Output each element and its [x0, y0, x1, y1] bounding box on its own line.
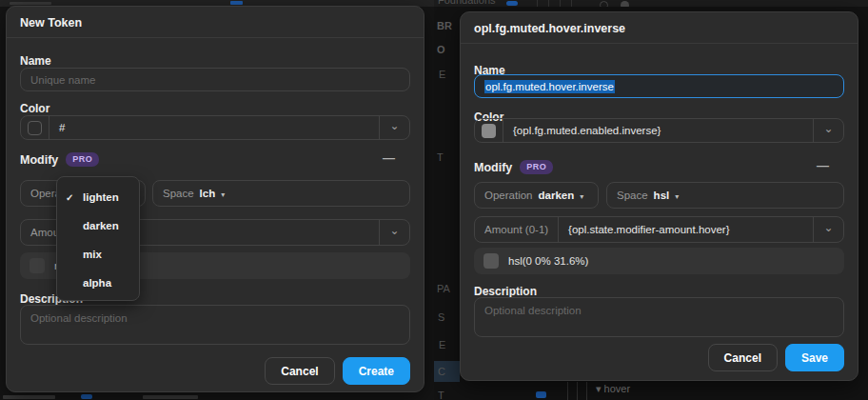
space-select[interactable]: Spacelch▾ [152, 180, 410, 207]
color-swatch [482, 124, 496, 138]
sidebar-fragment: T [438, 390, 444, 400]
name-input[interactable]: opl.fg.muted.hover.inverse [474, 74, 844, 98]
color-value[interactable]: {opl.fg.muted.enabled.inverse} [503, 125, 813, 136]
name-label: Name [20, 54, 51, 68]
toggle-fragment [506, 1, 518, 6]
chevron-down-icon: ⌄ [389, 225, 399, 236]
background-fragment [230, 1, 243, 5]
name-input-selected-text: opl.fg.muted.hover.inverse [484, 80, 615, 93]
create-button[interactable]: Create [343, 357, 410, 385]
caret-down-icon: ▾ [580, 192, 583, 201]
space-select-label: Space [163, 188, 194, 199]
caret-down-icon: ▾ [675, 192, 679, 201]
dialog-title: opl.fg.muted.hover.inverse [474, 22, 625, 35]
menu-item-mix[interactable]: mix [57, 240, 139, 269]
sidebar-fragment: T [437, 151, 444, 163]
check-icon: ✓ [66, 192, 83, 203]
sidebar-fragment: PA [437, 283, 450, 294]
pro-badge: PRO [520, 160, 553, 174]
sidebar-fragment: E [439, 339, 445, 350]
color-dropdown-toggle[interactable]: ⌄ [813, 119, 843, 142]
operation-select-label: Operation [484, 190, 533, 201]
color-dropdown-toggle[interactable]: ⌄ [379, 116, 409, 139]
background-top-label: Foundations [438, 0, 496, 6]
space-select[interactable]: Spacehsl▾ [606, 182, 844, 209]
caret-down-icon: ▾ [221, 190, 225, 199]
background-circle-icon [621, 1, 629, 7]
background-fragment [81, 394, 92, 399]
color-value[interactable]: # [49, 122, 379, 133]
description-textarea[interactable] [20, 305, 410, 345]
menu-item-label: lighten [83, 191, 119, 203]
space-select-value: hsl [654, 190, 670, 201]
dialog-title: New Token [20, 16, 82, 30]
dialog-titlebar: New Token [7, 7, 424, 38]
color-swatch-cell[interactable] [21, 116, 49, 139]
computed-color-row: hsl(0 0% 31.6%) [474, 248, 844, 274]
chevron-down-icon: ⌄ [823, 222, 833, 233]
modify-label: Modify [20, 153, 58, 167]
sidebar-fragment: S [438, 311, 444, 323]
computed-color-swatch [483, 253, 499, 269]
amount-label: Amount (0-1) [484, 224, 548, 235]
sidebar-fragment: O [437, 44, 445, 55]
operation-menu: ✓ lighten darken mix alpha [56, 176, 140, 301]
background-circle-icon [600, 1, 608, 7]
caret-down-icon: ▾ [596, 383, 602, 394]
menu-item-alpha[interactable]: alpha [57, 269, 139, 297]
color-input-group[interactable]: {opl.fg.muted.enabled.inverse} ⌄ [474, 118, 844, 143]
computed-color-label: hsl(0 0% 31.6%) [508, 255, 588, 267]
operation-select-value: darken [539, 190, 575, 201]
background-fragment [10, 2, 51, 5]
background-fragment [3, 395, 55, 399]
menu-item-darken[interactable]: darken [57, 211, 139, 240]
description-textarea[interactable] [474, 297, 844, 337]
amount-input-group[interactable]: Amount (0-1) {opl.state.modifier-amount.… [474, 216, 844, 243]
cancel-button[interactable]: Cancel [265, 357, 334, 385]
pro-badge: PRO [66, 152, 99, 167]
color-swatch-cell[interactable] [475, 119, 503, 142]
screenshot-right: Foundations BR O E T PA S E C T ▾ hover … [434, 0, 868, 400]
menu-item-label: darken [83, 220, 119, 231]
space-select-label: Space [617, 190, 648, 201]
screenshot-left: New Token Name Color # ⌄ ModifyPRO — [0, 0, 434, 400]
amount-dropdown-toggle[interactable]: ⌄ [379, 220, 409, 245]
description-label: Description [474, 285, 537, 298]
badge-fragment [536, 391, 546, 398]
amount-value[interactable]: {opl.state.modifier-amount.hover} [559, 224, 813, 235]
edit-token-dialog: opl.fg.muted.hover.inverse Name opl.fg.m… [460, 11, 858, 381]
color-input-group[interactable]: # ⌄ [20, 115, 410, 140]
tree-item-hover[interactable]: ▾ hover [596, 383, 630, 395]
sidebar-fragment: C [438, 366, 445, 377]
sidebar-fragment: BR [437, 20, 452, 31]
collapse-section-icon[interactable]: — [383, 150, 395, 165]
color-swatch [28, 121, 42, 135]
modify-label: Modify [474, 161, 512, 174]
cancel-button[interactable]: Cancel [708, 344, 778, 371]
menu-item-label: mix [83, 249, 102, 260]
sidebar-fragment: E [439, 69, 445, 80]
collapse-section-icon[interactable]: — [817, 158, 829, 172]
background-fragment [143, 395, 198, 399]
chevron-down-icon: ⌄ [823, 123, 833, 134]
amount-dropdown-toggle[interactable]: ⌄ [813, 217, 843, 242]
name-input[interactable] [20, 68, 410, 91]
save-button[interactable]: Save [785, 344, 844, 371]
chevron-down-icon: ⌄ [389, 120, 399, 131]
menu-item-label: alpha [83, 277, 111, 289]
operation-select[interactable]: Operationdarken▾ [474, 182, 599, 209]
space-select-value: lch [200, 188, 216, 199]
null-checkbox[interactable] [30, 258, 45, 273]
background-top-bar: Foundations [434, 0, 868, 7]
color-label: Color [20, 102, 49, 115]
dialog-titlebar: opl.fg.muted.hover.inverse [461, 12, 858, 44]
menu-item-lighten[interactable]: ✓ lighten [57, 183, 139, 211]
